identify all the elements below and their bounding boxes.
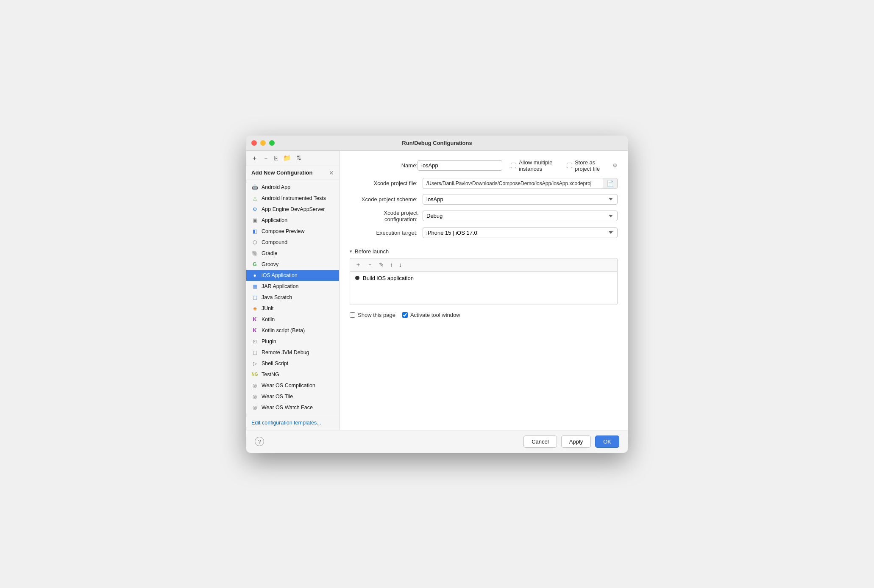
groovy-icon: G [251,261,258,268]
sort-button[interactable]: ⇅ [295,153,303,163]
sidebar-item-label: TestNG [262,372,279,377]
run-debug-configurations-dialog: Run/Debug Configurations ＋ － ⎘ 📁 ⇅ Add N… [246,136,628,453]
sidebar-item-shell-script[interactable]: ▷ Shell Script [246,358,339,369]
before-launch-down-button[interactable]: ↓ [397,261,404,269]
sidebar-toolbar: ＋ － ⎘ 📁 ⇅ [246,151,339,166]
execution-target-select[interactable]: iPhone 15 | iOS 17.0 [423,227,618,238]
before-launch-header: ▾ Before launch [350,248,618,255]
before-launch-remove-button[interactable]: － [365,260,375,269]
sidebar-item-label: Android Instrumented Tests [262,195,326,201]
window-controls [251,140,275,146]
sidebar-item-wear-os-watch-face[interactable]: ◎ Wear OS Watch Face [246,402,339,413]
sidebar-item-testng[interactable]: NG TestNG [246,369,339,380]
help-icon: ? [258,438,261,445]
before-launch-up-button[interactable]: ↑ [388,261,395,269]
name-input[interactable] [418,160,502,171]
sidebar-item-ios-application[interactable]: ● iOS Application [246,270,339,281]
allow-multiple-checkbox-label[interactable]: Allow multiple instances [511,159,563,172]
xcode-project-configuration-select[interactable]: Debug [423,211,618,221]
name-row: Name: Allow multiple instances Store as … [350,159,618,172]
sidebar-item-gradle[interactable]: 🐘 Gradle [246,248,339,259]
sidebar-item-label: Java Scratch [262,294,292,300]
sidebar-item-label: Groovy [262,261,278,267]
xcode-project-scheme-select[interactable]: iosApp [423,194,618,205]
add-configuration-button[interactable]: ＋ [250,153,259,163]
close-button[interactable] [251,140,257,146]
sidebar-item-groovy[interactable]: G Groovy [246,259,339,270]
xcode-project-file-browse-button[interactable]: 📄 [603,178,617,189]
sidebar-item-wear-os-tile[interactable]: ◎ Wear OS Tile [246,391,339,402]
remove-configuration-button[interactable]: － [261,153,271,163]
sidebar-item-jar-application[interactable]: ▦ JAR Application [246,281,339,292]
xcode-project-file-label: Xcode project file: [350,180,418,186]
sidebar-item-java-scratch[interactable]: ◫ Java Scratch [246,292,339,303]
sidebar-item-compose-preview[interactable]: ◧ Compose Preview [246,226,339,237]
sidebar-item-application[interactable]: ▣ Application [246,215,339,226]
xcode-project-file-row: Xcode project file: /Users/Danil.Pavlov/… [350,178,618,189]
before-launch-label: Before launch [355,248,389,255]
sidebar-item-app-engine[interactable]: ⚙ App Engine DevAppServer [246,204,339,215]
sidebar-item-label: iOS Application [262,272,298,278]
activate-tool-window-checkbox[interactable] [402,312,408,318]
sidebar-item-android-app[interactable]: 🤖 Android App [246,182,339,193]
sidebar-item-wear-os-complication[interactable]: ◎ Wear OS Complication [246,380,339,391]
app-engine-icon: ⚙ [251,206,258,213]
sidebar-item-plugin[interactable]: ⊡ Plugin [246,336,339,347]
show-this-page-checkbox-label[interactable]: Show this page [350,312,395,318]
cancel-button[interactable]: Cancel [523,435,557,448]
before-launch-item[interactable]: Build iOS application [350,273,617,283]
execution-target-label: Execution target: [350,230,418,236]
sidebar-item-kotlin-script[interactable]: K Kotlin script (Beta) [246,325,339,336]
java-scratch-icon: ◫ [251,294,258,301]
before-launch-add-button[interactable]: ＋ [353,260,363,269]
ok-button[interactable]: OK [595,435,619,448]
help-button[interactable]: ? [255,437,264,446]
close-sidebar-button[interactable]: ✕ [329,169,334,176]
allow-multiple-label: Allow multiple instances [519,159,563,172]
testng-icon: NG [251,371,258,378]
title-bar: Run/Debug Configurations [246,136,628,151]
settings-gear-icon: ⚙ [612,162,618,169]
wear-os-watch-face-icon: ◎ [251,404,258,411]
compose-preview-icon: ◧ [251,228,258,235]
sidebar-item-label: App Engine DevAppServer [262,206,325,212]
sidebar-item-android-instrumented-tests[interactable]: △ Android Instrumented Tests [246,193,339,204]
allow-multiple-checkbox[interactable] [511,163,516,168]
sidebar-item-remote-jvm-debug[interactable]: ◫ Remote JVM Debug [246,347,339,358]
sidebar-item-compound[interactable]: ⬡ Compound [246,237,339,248]
activate-tool-window-checkbox-label[interactable]: Activate tool window [402,312,460,318]
before-launch-edit-button[interactable]: ✎ [377,261,386,269]
sidebar-item-label: Remote JVM Debug [262,349,309,355]
xcode-project-configuration-label: Xcode project configuration: [350,210,418,222]
ios-application-icon: ● [251,272,258,279]
junit-icon: ◈ [251,305,258,312]
before-launch-item-label: Build iOS application [363,275,414,281]
sidebar-item-label: JAR Application [262,283,299,289]
sidebar-item-junit[interactable]: ◈ JUnit [246,303,339,314]
sidebar-item-kotlin[interactable]: K Kotlin [246,314,339,325]
android-app-icon: 🤖 [251,184,258,191]
store-as-project-checkbox[interactable] [567,163,572,168]
minimize-button[interactable] [260,140,266,146]
xcode-project-configuration-row: Xcode project configuration: Debug [350,210,618,222]
execution-target-row: Execution target: iPhone 15 | iOS 17.0 [350,227,618,238]
dialog-body: ＋ － ⎘ 📁 ⇅ Add New Configuration ✕ 🤖 Andr… [246,151,628,430]
folder-button[interactable]: 📁 [281,153,293,163]
right-panel: Name: Allow multiple instances Store as … [340,151,628,430]
plugin-icon: ⊡ [251,338,258,345]
show-this-page-label: Show this page [358,312,395,318]
show-this-page-checkbox[interactable] [350,312,355,318]
edit-configuration-templates-link[interactable]: Edit configuration templates... [251,420,321,426]
apply-button[interactable]: Apply [561,435,591,448]
store-as-project-checkbox-label[interactable]: Store as project file ⚙ [567,159,618,172]
xcode-project-scheme-row: Xcode project scheme: iosApp [350,194,618,205]
copy-configuration-button[interactable]: ⎘ [273,154,280,163]
wear-os-complication-icon: ◎ [251,382,258,389]
maximize-button[interactable] [269,140,275,146]
sidebar-list: 🤖 Android App △ Android Instrumented Tes… [246,180,339,415]
before-launch-toolbar: ＋ － ✎ ↑ ↓ [350,258,618,271]
sidebar-item-label: Wear OS Watch Face [262,405,313,410]
store-as-project-label: Store as project file [575,159,608,172]
before-launch-chevron-icon: ▾ [350,249,352,254]
sidebar-item-label: Kotlin [262,316,275,322]
